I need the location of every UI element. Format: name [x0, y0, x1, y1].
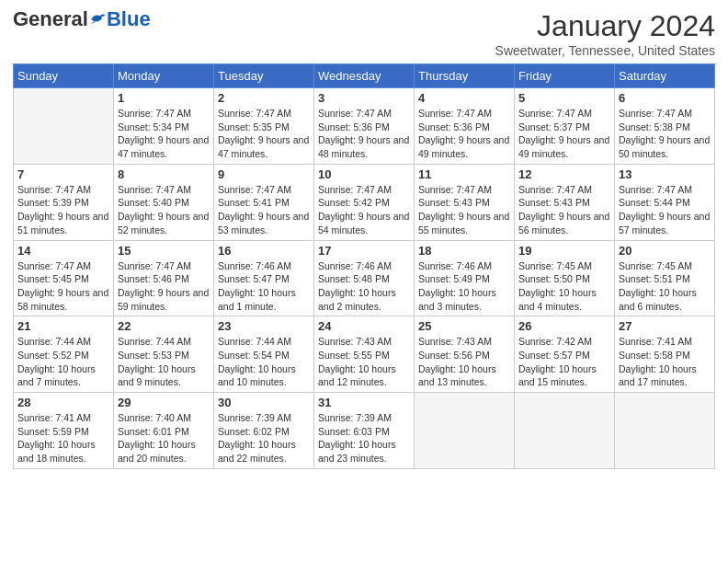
- day-info-21: Sunrise: 7:44 AMSunset: 5:52 PMDaylight:…: [17, 335, 109, 389]
- cell-w2-d4: 10Sunrise: 7:47 AMSunset: 5:42 PMDayligh…: [314, 164, 415, 240]
- title-block: January 2024 Sweetwater, Tennessee, Unit…: [495, 9, 715, 58]
- day-info-5: Sunrise: 7:47 AMSunset: 5:37 PMDaylight:…: [518, 107, 610, 161]
- col-monday: Monday: [114, 64, 214, 88]
- day-number-25: 25: [418, 319, 510, 333]
- logo-text: General Blue: [13, 9, 151, 29]
- day-number-19: 19: [518, 244, 610, 258]
- day-number-11: 11: [418, 167, 510, 181]
- day-info-24: Sunrise: 7:43 AMSunset: 5:55 PMDaylight:…: [318, 335, 410, 389]
- day-number-12: 12: [518, 167, 610, 181]
- subtitle: Sweetwater, Tennessee, United States: [495, 43, 715, 58]
- logo-blue: Blue: [107, 9, 151, 29]
- cell-w1-d5: 4Sunrise: 7:47 AMSunset: 5:36 PMDaylight…: [415, 88, 515, 165]
- cell-w4-d6: 26Sunrise: 7:42 AMSunset: 5:57 PMDayligh…: [515, 316, 615, 393]
- day-info-18: Sunrise: 7:46 AMSunset: 5:49 PMDaylight:…: [418, 259, 510, 314]
- day-info-1: Sunrise: 7:47 AMSunset: 5:34 PMDaylight:…: [118, 107, 210, 161]
- cell-w5-d5: [415, 393, 515, 469]
- cell-w5-d1: 28Sunrise: 7:41 AMSunset: 5:59 PMDayligh…: [14, 393, 114, 469]
- day-number-15: 15: [118, 244, 210, 258]
- cell-w3-d5: 18Sunrise: 7:46 AMSunset: 5:49 PMDayligh…: [415, 240, 515, 316]
- day-info-23: Sunrise: 7:44 AMSunset: 5:54 PMDaylight:…: [218, 335, 310, 389]
- day-number-9: 9: [218, 167, 310, 181]
- cell-w5-d3: 30Sunrise: 7:39 AMSunset: 6:02 PMDayligh…: [214, 393, 314, 469]
- day-info-30: Sunrise: 7:39 AMSunset: 6:02 PMDaylight:…: [218, 411, 310, 465]
- day-info-2: Sunrise: 7:47 AMSunset: 5:35 PMDaylight:…: [218, 107, 310, 161]
- day-number-21: 21: [17, 319, 109, 333]
- cell-w1-d7: 6Sunrise: 7:47 AMSunset: 5:38 PMDaylight…: [615, 88, 715, 165]
- day-number-17: 17: [318, 244, 410, 258]
- col-sunday: Sunday: [14, 64, 114, 88]
- col-tuesday: Tuesday: [214, 64, 314, 88]
- cell-w3-d3: 16Sunrise: 7:46 AMSunset: 5:47 PMDayligh…: [214, 240, 314, 316]
- cell-w3-d1: 14Sunrise: 7:47 AMSunset: 5:45 PMDayligh…: [14, 240, 114, 316]
- day-number-31: 31: [318, 396, 410, 409]
- cell-w2-d7: 13Sunrise: 7:47 AMSunset: 5:44 PMDayligh…: [615, 164, 715, 240]
- day-info-13: Sunrise: 7:47 AMSunset: 5:44 PMDaylight:…: [619, 183, 711, 237]
- cell-w5-d6: [515, 393, 615, 469]
- day-info-27: Sunrise: 7:41 AMSunset: 5:58 PMDaylight:…: [619, 335, 711, 389]
- day-number-24: 24: [318, 319, 410, 333]
- logo-general: General: [13, 9, 88, 29]
- day-info-16: Sunrise: 7:46 AMSunset: 5:47 PMDaylight:…: [218, 259, 310, 314]
- cell-w2-d3: 9Sunrise: 7:47 AMSunset: 5:41 PMDaylight…: [214, 164, 314, 240]
- cell-w5-d7: [615, 393, 715, 469]
- logo: General Blue: [13, 9, 151, 29]
- day-info-28: Sunrise: 7:41 AMSunset: 5:59 PMDaylight:…: [17, 411, 109, 465]
- cell-w4-d1: 21Sunrise: 7:44 AMSunset: 5:52 PMDayligh…: [14, 316, 114, 393]
- cell-w4-d5: 25Sunrise: 7:43 AMSunset: 5:56 PMDayligh…: [415, 316, 515, 393]
- cell-w1-d1: [14, 88, 114, 165]
- day-number-18: 18: [418, 244, 510, 258]
- cell-w5-d2: 29Sunrise: 7:40 AMSunset: 6:01 PMDayligh…: [114, 393, 214, 469]
- cell-w4-d7: 27Sunrise: 7:41 AMSunset: 5:58 PMDayligh…: [615, 316, 715, 393]
- cell-w1-d3: 2Sunrise: 7:47 AMSunset: 5:35 PMDaylight…: [214, 88, 314, 165]
- day-number-22: 22: [118, 319, 210, 333]
- page-container: General Blue January 2024 Sweetwater, Te…: [0, 0, 728, 478]
- calendar-table: Sunday Monday Tuesday Wednesday Thursday…: [13, 63, 715, 469]
- day-number-30: 30: [218, 396, 310, 409]
- day-number-27: 27: [619, 319, 711, 333]
- day-info-7: Sunrise: 7:47 AMSunset: 5:39 PMDaylight:…: [17, 183, 109, 237]
- cell-w3-d6: 19Sunrise: 7:45 AMSunset: 5:50 PMDayligh…: [515, 240, 615, 316]
- day-number-14: 14: [17, 244, 109, 258]
- day-number-26: 26: [518, 319, 610, 333]
- cell-w1-d4: 3Sunrise: 7:47 AMSunset: 5:36 PMDaylight…: [314, 88, 415, 165]
- cell-w5-d4: 31Sunrise: 7:39 AMSunset: 6:03 PMDayligh…: [314, 393, 415, 469]
- cell-w2-d5: 11Sunrise: 7:47 AMSunset: 5:43 PMDayligh…: [415, 164, 515, 240]
- day-number-4: 4: [418, 91, 510, 105]
- day-info-19: Sunrise: 7:45 AMSunset: 5:50 PMDaylight:…: [518, 259, 610, 314]
- col-thursday: Thursday: [415, 64, 515, 88]
- header: General Blue January 2024 Sweetwater, Te…: [13, 9, 715, 58]
- day-info-4: Sunrise: 7:47 AMSunset: 5:36 PMDaylight:…: [418, 107, 510, 161]
- week-row-1: 1Sunrise: 7:47 AMSunset: 5:34 PMDaylight…: [14, 88, 715, 165]
- calendar-header-row: Sunday Monday Tuesday Wednesday Thursday…: [14, 64, 715, 88]
- cell-w3-d7: 20Sunrise: 7:45 AMSunset: 5:51 PMDayligh…: [615, 240, 715, 316]
- col-saturday: Saturday: [615, 64, 715, 88]
- cell-w4-d3: 23Sunrise: 7:44 AMSunset: 5:54 PMDayligh…: [214, 316, 314, 393]
- col-wednesday: Wednesday: [314, 64, 415, 88]
- day-number-29: 29: [118, 396, 210, 409]
- day-number-7: 7: [17, 167, 109, 181]
- cell-w3-d2: 15Sunrise: 7:47 AMSunset: 5:46 PMDayligh…: [114, 240, 214, 316]
- day-info-11: Sunrise: 7:47 AMSunset: 5:43 PMDaylight:…: [418, 183, 510, 237]
- cell-w3-d4: 17Sunrise: 7:46 AMSunset: 5:48 PMDayligh…: [314, 240, 415, 316]
- day-info-31: Sunrise: 7:39 AMSunset: 6:03 PMDaylight:…: [318, 411, 410, 465]
- week-row-3: 14Sunrise: 7:47 AMSunset: 5:45 PMDayligh…: [14, 240, 715, 316]
- cell-w2-d1: 7Sunrise: 7:47 AMSunset: 5:39 PMDaylight…: [14, 164, 114, 240]
- day-info-22: Sunrise: 7:44 AMSunset: 5:53 PMDaylight:…: [118, 335, 210, 389]
- day-info-14: Sunrise: 7:47 AMSunset: 5:45 PMDaylight:…: [17, 259, 109, 314]
- cell-w2-d6: 12Sunrise: 7:47 AMSunset: 5:43 PMDayligh…: [515, 164, 615, 240]
- day-info-6: Sunrise: 7:47 AMSunset: 5:38 PMDaylight:…: [619, 107, 711, 161]
- day-info-17: Sunrise: 7:46 AMSunset: 5:48 PMDaylight:…: [318, 259, 410, 314]
- day-number-1: 1: [118, 91, 210, 105]
- day-number-10: 10: [318, 167, 410, 181]
- day-info-3: Sunrise: 7:47 AMSunset: 5:36 PMDaylight:…: [318, 107, 410, 161]
- day-number-28: 28: [17, 396, 109, 409]
- day-info-8: Sunrise: 7:47 AMSunset: 5:40 PMDaylight:…: [118, 183, 210, 237]
- day-number-5: 5: [518, 91, 610, 105]
- day-info-12: Sunrise: 7:47 AMSunset: 5:43 PMDaylight:…: [518, 183, 610, 237]
- week-row-4: 21Sunrise: 7:44 AMSunset: 5:52 PMDayligh…: [14, 316, 715, 393]
- day-info-20: Sunrise: 7:45 AMSunset: 5:51 PMDaylight:…: [619, 259, 711, 314]
- day-number-20: 20: [619, 244, 711, 258]
- month-title: January 2024: [495, 9, 715, 43]
- day-number-23: 23: [218, 319, 310, 333]
